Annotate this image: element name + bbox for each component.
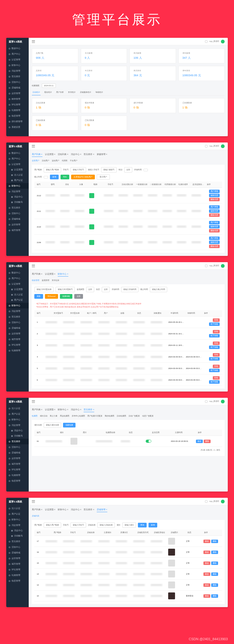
op-button[interactable]: 修改 [203, 562, 210, 565]
sub-tab[interactable]: 活动轮播图 [117, 415, 126, 417]
breadcrumb-tab[interactable]: 消息中心 × [71, 508, 81, 512]
sidebar-item[interactable]: 活动中心 [6, 544, 29, 550]
avatar[interactable] [221, 500, 225, 503]
sidebar-item[interactable]: 财务中心 [6, 417, 29, 422]
sidebar-item[interactable]: 消息中心 [6, 528, 29, 533]
op-button[interactable]: 拒绝 [213, 365, 220, 368]
avatar[interactable] [221, 264, 225, 268]
sidebar-item[interactable]: 礼物管理 [6, 107, 29, 113]
sub-tab[interactable]: 支付记录 [52, 279, 59, 282]
op-button[interactable]: 删除代理 [209, 245, 220, 248]
nickname-input[interactable]: 请输入用户昵称 [44, 522, 61, 528]
sidebar-item[interactable]: 运营管理 [6, 331, 29, 337]
inviter-input[interactable]: 请输入邀请号 [101, 167, 117, 172]
sidebar-item[interactable]: 首页推荐 [6, 205, 29, 211]
import-button[interactable]: 从原项目导入到此用户 [71, 175, 95, 179]
sidebar-item[interactable]: 城市管理 [6, 461, 29, 467]
sidebar-item[interactable]: 运营管理 [6, 222, 29, 227]
sidebar-item[interactable]: 消息管理 [6, 308, 29, 314]
sidebar-item[interactable]: 礼物管理 [6, 348, 29, 353]
payname-input[interactable]: 请输入支付宝名称 [34, 287, 54, 292]
sidebar-item[interactable]: 消息管理 [6, 422, 29, 428]
op-button[interactable]: 拒绝 [213, 353, 220, 357]
sidebar-item[interactable]: 运营管理 [6, 556, 29, 561]
sidebar-item[interactable]: 财务中心 [6, 303, 29, 308]
sub-tab[interactable]: 城市活动 [40, 415, 47, 417]
date-input[interactable]: 2024-05-11 [42, 83, 56, 88]
breadcrumb-tab[interactable]: 店铺管理 × [97, 508, 107, 512]
sidebar-item[interactable]: 城市管理 [6, 337, 29, 342]
edit-button[interactable]: 修改 [196, 440, 203, 443]
tab-item[interactable]: 店铺服务统计 [79, 90, 92, 95]
sidebar-item[interactable]: 首页推荐 [6, 539, 29, 544]
sidebar-item[interactable]: 评论管理 [6, 467, 29, 472]
sidebar-item[interactable]: 认证类型 [6, 287, 29, 292]
op-button[interactable]: 删除 [211, 562, 218, 565]
sidebar-item[interactable]: 店铺商城 [6, 85, 29, 91]
sub-tab[interactable]: 周边轮播图 [60, 415, 69, 417]
menu-toggle-icon[interactable] [32, 145, 35, 147]
phone-input[interactable]: 请输入手机号 [71, 167, 86, 172]
withdraw-select[interactable]: 全部 [86, 287, 94, 292]
shop-input[interactable]: 请输入店铺名称 [97, 522, 115, 528]
op-button[interactable]: 删除代理 [209, 229, 220, 232]
sub-tab[interactable]: 活动广告配置 [129, 415, 140, 417]
sidebar-item[interactable]: 财务中心 [6, 62, 29, 68]
sidebar-item[interactable]: 认证管理 [6, 57, 29, 62]
sub-tab[interactable]: 我的轮播图 [105, 415, 114, 417]
sidebar-item[interactable]: 注销账号 [6, 200, 29, 205]
new-button[interactable]: 新增 [149, 523, 157, 527]
sidebar-item[interactable]: 数据中心 [6, 270, 29, 276]
op-button[interactable]: 删除 [211, 551, 218, 554]
op-button[interactable]: 删除 [211, 583, 218, 587]
menu-toggle-icon[interactable] [32, 400, 35, 403]
sidebar-item[interactable]: 评论管理 [6, 102, 29, 107]
breadcrumb-tab[interactable]: 用户列表 × [32, 153, 42, 157]
sub-tab[interactable]: 发布中心轮播图 [72, 415, 85, 417]
tab-item[interactable]: 用户分析 [56, 90, 64, 95]
city-input[interactable]: 请输入城市 [122, 522, 136, 528]
sidebar-item[interactable]: 评论管理 [6, 342, 29, 348]
sidebar-item[interactable]: 店铺商城 [6, 550, 29, 556]
sidebar-item[interactable]: 消息管理 [6, 68, 29, 74]
sub-tab[interactable]: 收款管理 [32, 279, 39, 282]
avatar[interactable] [221, 400, 225, 403]
start-input[interactable]: 请输入开始时间 [121, 287, 139, 292]
op-button[interactable]: 编辑代理 [209, 241, 220, 244]
op-button[interactable]: 线下转账 [209, 322, 220, 326]
all-button[interactable]: 全部 [74, 294, 83, 299]
export-button[interactable]: 导出excel [45, 294, 58, 299]
sub-tab[interactable]: 动态广告配置 [142, 415, 154, 417]
sidebar-item[interactable]: 动态管理 [6, 578, 29, 584]
sidebar-item[interactable]: 用户中心 [6, 276, 29, 281]
bell-icon[interactable] [205, 500, 207, 503]
op-button[interactable]: 编辑代理 [209, 225, 220, 228]
sidebar-item[interactable]: 城市管理 [6, 227, 29, 233]
sub-tab[interactable]: 释义力量 [50, 415, 57, 417]
sidebar-item[interactable]: 店铺商城 [6, 216, 29, 222]
op-button[interactable]: 修改 [203, 572, 210, 576]
bell-icon[interactable] [205, 145, 207, 147]
export-button[interactable]: 导出 [61, 175, 69, 179]
sidebar-item[interactable]: 活动中心 [6, 211, 29, 216]
sidebar-item[interactable]: 认证类型 [6, 167, 29, 172]
op-button[interactable]: 修改 [203, 551, 210, 554]
sidebar-item[interactable]: 认证管理 [6, 281, 29, 287]
op-button[interactable]: 拒绝 [213, 342, 220, 345]
refresh-button[interactable]: 刷新 [34, 294, 43, 299]
breadcrumb-tab[interactable]: 财务中心 × [58, 273, 68, 277]
sidebar-item[interactable]: 法人认证 [6, 172, 29, 178]
toggle-switch[interactable] [146, 440, 151, 443]
breadcrumb-tab[interactable]: 认证类型 × [45, 408, 56, 412]
sub-tab[interactable]: 店铺列表 [32, 515, 39, 517]
op-button[interactable]: 用户详情 [209, 237, 220, 240]
op-button[interactable]: 删除代理 [209, 213, 220, 217]
op-button[interactable]: 删除 [211, 572, 218, 576]
op-button[interactable]: 用户详情 [209, 221, 220, 224]
sub-tab[interactable]: 轮播图 [32, 415, 37, 417]
city-input[interactable]: 请输入城市名称 [44, 422, 61, 428]
sidebar-item[interactable]: 精华管理 [6, 96, 29, 102]
op-button[interactable]: 编辑代理 [209, 209, 220, 213]
status-select[interactable]: 全部 [102, 287, 110, 292]
sidebar-item[interactable]: 用户中心 [6, 156, 29, 162]
